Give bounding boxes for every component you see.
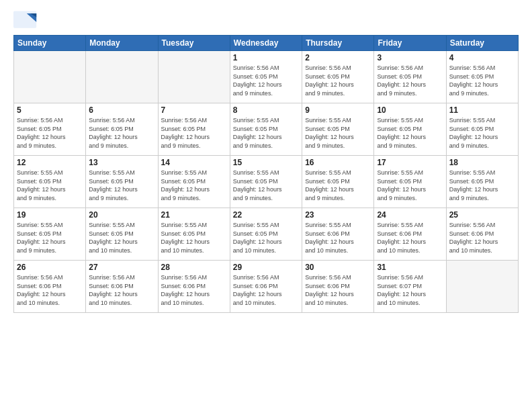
- week-row-3: 19Sunrise: 5:55 AM Sunset: 6:05 PM Dayli…: [14, 208, 519, 261]
- day-info: Sunrise: 5:56 AM Sunset: 6:05 PM Dayligh…: [305, 64, 371, 97]
- day-info: Sunrise: 5:55 AM Sunset: 6:05 PM Dayligh…: [233, 169, 299, 202]
- calendar-cell: 21Sunrise: 5:55 AM Sunset: 6:05 PM Dayli…: [158, 208, 230, 261]
- weekday-header-row: SundayMondayTuesdayWednesdayThursdayFrid…: [14, 36, 519, 51]
- day-number: 2: [305, 53, 371, 62]
- day-info: Sunrise: 5:56 AM Sunset: 6:05 PM Dayligh…: [89, 116, 154, 150]
- day-info: Sunrise: 5:55 AM Sunset: 6:05 PM Dayligh…: [305, 169, 371, 202]
- day-number: 25: [449, 210, 515, 220]
- week-row-1: 5Sunrise: 5:56 AM Sunset: 6:05 PM Daylig…: [14, 103, 519, 156]
- day-number: 22: [233, 210, 299, 220]
- day-number: 10: [377, 105, 443, 115]
- weekday-header-wednesday: Wednesday: [230, 36, 302, 51]
- day-number: 20: [89, 210, 154, 220]
- day-number: 5: [17, 105, 83, 115]
- weekday-header-friday: Friday: [374, 36, 446, 51]
- calendar-cell: 17Sunrise: 5:55 AM Sunset: 6:05 PM Dayli…: [374, 156, 446, 208]
- calendar-cell: 29Sunrise: 5:56 AM Sunset: 6:06 PM Dayli…: [230, 261, 302, 313]
- day-info: Sunrise: 5:55 AM Sunset: 6:05 PM Dayligh…: [17, 221, 83, 255]
- week-row-0: 1Sunrise: 5:56 AM Sunset: 6:05 PM Daylig…: [14, 51, 519, 103]
- calendar-cell: 11Sunrise: 5:55 AM Sunset: 6:05 PM Dayli…: [446, 103, 518, 156]
- day-info: Sunrise: 5:55 AM Sunset: 6:05 PM Dayligh…: [233, 221, 299, 255]
- day-number: 13: [89, 158, 154, 167]
- calendar-cell: 15Sunrise: 5:55 AM Sunset: 6:05 PM Dayli…: [230, 156, 302, 208]
- day-info: Sunrise: 5:56 AM Sunset: 6:06 PM Dayligh…: [305, 273, 371, 307]
- calendar-cell: 5Sunrise: 5:56 AM Sunset: 6:05 PM Daylig…: [14, 103, 86, 156]
- day-info: Sunrise: 5:56 AM Sunset: 6:05 PM Dayligh…: [161, 116, 227, 150]
- day-number: 18: [449, 158, 515, 167]
- calendar-cell: 30Sunrise: 5:56 AM Sunset: 6:06 PM Dayli…: [302, 261, 374, 313]
- day-number: 11: [449, 105, 515, 115]
- day-info: Sunrise: 5:56 AM Sunset: 6:06 PM Dayligh…: [233, 273, 299, 307]
- day-number: 17: [377, 158, 443, 167]
- day-number: 16: [305, 158, 371, 167]
- day-number: 6: [89, 105, 154, 115]
- day-info: Sunrise: 5:56 AM Sunset: 6:05 PM Dayligh…: [17, 116, 83, 150]
- calendar-cell: 8Sunrise: 5:55 AM Sunset: 6:05 PM Daylig…: [230, 103, 302, 156]
- day-info: Sunrise: 5:55 AM Sunset: 6:06 PM Dayligh…: [305, 221, 371, 255]
- day-info: Sunrise: 5:56 AM Sunset: 6:05 PM Dayligh…: [449, 64, 515, 97]
- calendar-cell: 3Sunrise: 5:56 AM Sunset: 6:05 PM Daylig…: [374, 51, 446, 103]
- calendar-cell: [86, 51, 158, 103]
- calendar-cell: 27Sunrise: 5:56 AM Sunset: 6:06 PM Dayli…: [86, 261, 158, 313]
- week-row-2: 12Sunrise: 5:55 AM Sunset: 6:05 PM Dayli…: [14, 156, 519, 208]
- day-info: Sunrise: 5:55 AM Sunset: 6:05 PM Dayligh…: [161, 169, 227, 202]
- day-info: Sunrise: 5:55 AM Sunset: 6:05 PM Dayligh…: [89, 221, 154, 255]
- day-info: Sunrise: 5:56 AM Sunset: 6:05 PM Dayligh…: [233, 64, 299, 97]
- day-number: 26: [17, 263, 83, 272]
- calendar-cell: 9Sunrise: 5:55 AM Sunset: 6:05 PM Daylig…: [302, 103, 374, 156]
- day-number: 8: [233, 105, 299, 115]
- day-number: 14: [161, 158, 227, 167]
- calendar-cell: 10Sunrise: 5:55 AM Sunset: 6:05 PM Dayli…: [374, 103, 446, 156]
- week-row-4: 26Sunrise: 5:56 AM Sunset: 6:06 PM Dayli…: [14, 261, 519, 313]
- day-number: 9: [305, 105, 371, 115]
- day-number: 21: [161, 210, 227, 220]
- day-number: 24: [377, 210, 443, 220]
- day-info: Sunrise: 5:56 AM Sunset: 6:05 PM Dayligh…: [377, 64, 443, 97]
- day-number: 19: [17, 210, 83, 220]
- calendar-cell: 28Sunrise: 5:56 AM Sunset: 6:06 PM Dayli…: [158, 261, 230, 313]
- weekday-header-sunday: Sunday: [14, 36, 86, 51]
- day-number: 30: [305, 263, 371, 272]
- logo-icon: [13, 11, 38, 30]
- day-info: Sunrise: 5:56 AM Sunset: 6:06 PM Dayligh…: [161, 273, 227, 307]
- day-info: Sunrise: 5:55 AM Sunset: 6:05 PM Dayligh…: [449, 116, 515, 150]
- calendar-table: SundayMondayTuesdayWednesdayThursdayFrid…: [13, 35, 519, 313]
- day-number: 3: [377, 53, 443, 62]
- day-info: Sunrise: 5:55 AM Sunset: 6:05 PM Dayligh…: [161, 221, 227, 255]
- day-info: Sunrise: 5:55 AM Sunset: 6:05 PM Dayligh…: [89, 169, 154, 202]
- logo: [13, 11, 42, 30]
- day-info: Sunrise: 5:55 AM Sunset: 6:05 PM Dayligh…: [305, 116, 371, 150]
- calendar-cell: 25Sunrise: 5:56 AM Sunset: 6:06 PM Dayli…: [446, 208, 518, 261]
- day-number: 28: [161, 263, 227, 272]
- day-info: Sunrise: 5:55 AM Sunset: 6:05 PM Dayligh…: [449, 169, 515, 202]
- day-info: Sunrise: 5:55 AM Sunset: 6:05 PM Dayligh…: [17, 169, 83, 202]
- weekday-header-saturday: Saturday: [446, 36, 518, 51]
- calendar-cell: 16Sunrise: 5:55 AM Sunset: 6:05 PM Dayli…: [302, 156, 374, 208]
- calendar-cell: 14Sunrise: 5:55 AM Sunset: 6:05 PM Dayli…: [158, 156, 230, 208]
- page: SundayMondayTuesdayWednesdayThursdayFrid…: [0, 0, 532, 411]
- calendar-cell: 6Sunrise: 5:56 AM Sunset: 6:05 PM Daylig…: [86, 103, 158, 156]
- calendar-cell: 31Sunrise: 5:56 AM Sunset: 6:07 PM Dayli…: [374, 261, 446, 313]
- calendar-cell: 22Sunrise: 5:55 AM Sunset: 6:05 PM Dayli…: [230, 208, 302, 261]
- day-info: Sunrise: 5:55 AM Sunset: 6:05 PM Dayligh…: [377, 169, 443, 202]
- calendar-cell: 4Sunrise: 5:56 AM Sunset: 6:05 PM Daylig…: [446, 51, 518, 103]
- day-info: Sunrise: 5:55 AM Sunset: 6:06 PM Dayligh…: [377, 221, 443, 255]
- calendar-cell: 26Sunrise: 5:56 AM Sunset: 6:06 PM Dayli…: [14, 261, 86, 313]
- calendar-cell: 20Sunrise: 5:55 AM Sunset: 6:05 PM Dayli…: [86, 208, 158, 261]
- day-number: 15: [233, 158, 299, 167]
- day-number: 29: [233, 263, 299, 272]
- calendar-cell: [14, 51, 86, 103]
- day-number: 31: [377, 263, 443, 272]
- day-number: 27: [89, 263, 154, 272]
- calendar-cell: 23Sunrise: 5:55 AM Sunset: 6:06 PM Dayli…: [302, 208, 374, 261]
- weekday-header-thursday: Thursday: [302, 36, 374, 51]
- day-info: Sunrise: 5:56 AM Sunset: 6:06 PM Dayligh…: [17, 273, 83, 307]
- header: [13, 11, 519, 30]
- calendar-cell: 24Sunrise: 5:55 AM Sunset: 6:06 PM Dayli…: [374, 208, 446, 261]
- day-number: 4: [449, 53, 515, 62]
- calendar-cell: 2Sunrise: 5:56 AM Sunset: 6:05 PM Daylig…: [302, 51, 374, 103]
- day-number: 12: [17, 158, 83, 167]
- day-number: 23: [305, 210, 371, 220]
- calendar-cell: [446, 261, 518, 313]
- day-info: Sunrise: 5:55 AM Sunset: 6:05 PM Dayligh…: [377, 116, 443, 150]
